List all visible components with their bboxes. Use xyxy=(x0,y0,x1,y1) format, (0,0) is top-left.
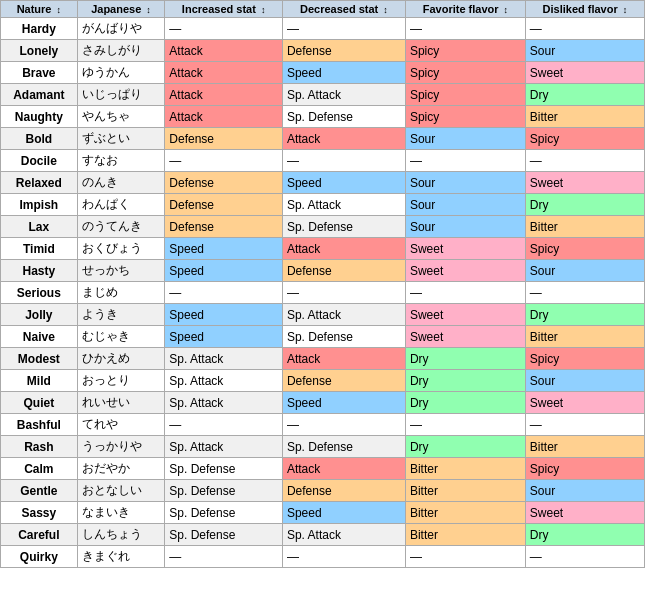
favorite-cell: Sweet xyxy=(405,238,525,260)
decreased-cell: Defense xyxy=(282,370,405,392)
nature-cell: Timid xyxy=(1,238,78,260)
nature-cell: Sassy xyxy=(1,502,78,524)
nature-cell: Adamant xyxy=(1,84,78,106)
nature-cell: Hardy xyxy=(1,18,78,40)
favorite-cell: Bitter xyxy=(405,502,525,524)
japanese-cell: やんちゃ xyxy=(77,106,165,128)
table-row: MildおっとりSp. AttackDefenseDrySour xyxy=(1,370,645,392)
disliked-cell: Sweet xyxy=(525,62,644,84)
table-row: RelaxedのんきDefenseSpeedSourSweet xyxy=(1,172,645,194)
japanese-cell: おとなしい xyxy=(77,480,165,502)
favorite-cell: Bitter xyxy=(405,458,525,480)
increased-cell: Defense xyxy=(165,194,283,216)
nature-cell: Quiet xyxy=(1,392,78,414)
favorite-cell: — xyxy=(405,150,525,172)
nature-cell: Lonely xyxy=(1,40,78,62)
disliked-cell: Sour xyxy=(525,480,644,502)
table-row: NaughtyやんちゃAttackSp. DefenseSpicyBitter xyxy=(1,106,645,128)
table-row: SassyなまいきSp. DefenseSpeedBitterSweet xyxy=(1,502,645,524)
japanese-cell: うっかりや xyxy=(77,436,165,458)
table-row: NaiveむじゃきSpeedSp. DefenseSweetBitter xyxy=(1,326,645,348)
disliked-cell: Bitter xyxy=(525,106,644,128)
increased-cell: — xyxy=(165,282,283,304)
favorite-cell: Sour xyxy=(405,216,525,238)
increased-cell: Attack xyxy=(165,106,283,128)
favorite-cell: Dry xyxy=(405,370,525,392)
nature-cell: Naive xyxy=(1,326,78,348)
favorite-cell: Sweet xyxy=(405,304,525,326)
increased-cell: Defense xyxy=(165,216,283,238)
table-row: TimidおくびょうSpeedAttackSweetSpicy xyxy=(1,238,645,260)
header-nature[interactable]: Nature ↕ xyxy=(1,1,78,18)
japanese-cell: おっとり xyxy=(77,370,165,392)
favorite-cell: Dry xyxy=(405,392,525,414)
nature-cell: Impish xyxy=(1,194,78,216)
disliked-cell: Dry xyxy=(525,194,644,216)
japanese-cell: のんき xyxy=(77,172,165,194)
increased-cell: Sp. Attack xyxy=(165,436,283,458)
favorite-cell: — xyxy=(405,546,525,568)
increased-cell: Sp. Defense xyxy=(165,480,283,502)
increased-cell: Speed xyxy=(165,304,283,326)
increased-cell: — xyxy=(165,546,283,568)
header-disliked[interactable]: Disliked flavor ↕ xyxy=(525,1,644,18)
decreased-cell: Sp. Attack xyxy=(282,194,405,216)
decreased-cell: Defense xyxy=(282,260,405,282)
disliked-cell: — xyxy=(525,18,644,40)
decreased-cell: — xyxy=(282,282,405,304)
favorite-cell: Spicy xyxy=(405,106,525,128)
favorite-cell: Sweet xyxy=(405,260,525,282)
decreased-cell: Sp. Defense xyxy=(282,436,405,458)
decreased-cell: Sp. Attack xyxy=(282,304,405,326)
header-decreased[interactable]: Decreased stat ↕ xyxy=(282,1,405,18)
table-row: LaxのうてんきDefenseSp. DefenseSourBitter xyxy=(1,216,645,238)
favorite-cell: Dry xyxy=(405,348,525,370)
japanese-cell: のうてんき xyxy=(77,216,165,238)
table-row: BoldずぶといDefenseAttackSourSpicy xyxy=(1,128,645,150)
increased-cell: Defense xyxy=(165,128,283,150)
nature-cell: Lax xyxy=(1,216,78,238)
table-row: GentleおとなしいSp. DefenseDefenseBitterSour xyxy=(1,480,645,502)
table-row: AdamantいじっぱりAttackSp. AttackSpicyDry xyxy=(1,84,645,106)
disliked-cell: Sweet xyxy=(525,502,644,524)
table-row: CalmおだやかSp. DefenseAttackBitterSpicy xyxy=(1,458,645,480)
japanese-cell: むじゃき xyxy=(77,326,165,348)
japanese-cell: ずぶとい xyxy=(77,128,165,150)
favorite-cell: Spicy xyxy=(405,62,525,84)
decreased-cell: Sp. Attack xyxy=(282,84,405,106)
decreased-cell: Attack xyxy=(282,238,405,260)
disliked-cell: Sour xyxy=(525,260,644,282)
nature-cell: Jolly xyxy=(1,304,78,326)
japanese-cell: すなお xyxy=(77,150,165,172)
header-favorite[interactable]: Favorite flavor ↕ xyxy=(405,1,525,18)
disliked-cell: Bitter xyxy=(525,436,644,458)
favorite-cell: Spicy xyxy=(405,40,525,62)
decreased-cell: Speed xyxy=(282,172,405,194)
nature-cell: Bashful xyxy=(1,414,78,436)
nature-cell: Calm xyxy=(1,458,78,480)
table-row: Seriousまじめ———— xyxy=(1,282,645,304)
increased-cell: Speed xyxy=(165,260,283,282)
favorite-cell: Bitter xyxy=(405,524,525,546)
favorite-cell: — xyxy=(405,414,525,436)
disliked-cell: — xyxy=(525,282,644,304)
japanese-cell: ゆうかん xyxy=(77,62,165,84)
header-increased[interactable]: Increased stat ↕ xyxy=(165,1,283,18)
japanese-cell: せっかち xyxy=(77,260,165,282)
favorite-cell: Sour xyxy=(405,172,525,194)
japanese-cell: わんぱく xyxy=(77,194,165,216)
nature-cell: Bold xyxy=(1,128,78,150)
increased-cell: Sp. Defense xyxy=(165,502,283,524)
nature-cell: Docile xyxy=(1,150,78,172)
disliked-cell: Spicy xyxy=(525,238,644,260)
disliked-cell: Dry xyxy=(525,304,644,326)
japanese-cell: しんちょう xyxy=(77,524,165,546)
decreased-cell: — xyxy=(282,150,405,172)
favorite-cell: Bitter xyxy=(405,480,525,502)
japanese-cell: れいせい xyxy=(77,392,165,414)
header-japanese[interactable]: Japanese ↕ xyxy=(77,1,165,18)
increased-cell: — xyxy=(165,150,283,172)
decreased-cell: Speed xyxy=(282,392,405,414)
increased-cell: Sp. Defense xyxy=(165,458,283,480)
table-row: CarefulしんちょうSp. DefenseSp. AttackBitterD… xyxy=(1,524,645,546)
